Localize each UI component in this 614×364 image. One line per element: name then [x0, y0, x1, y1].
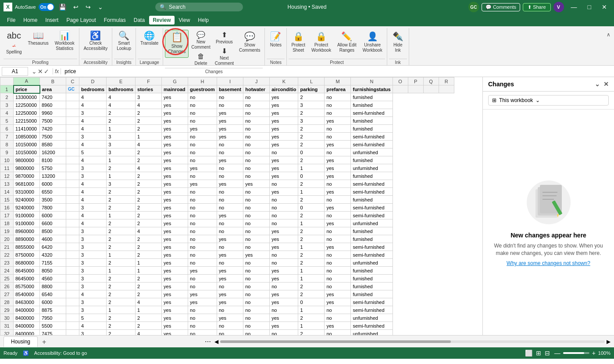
cell-A23[interactable]: 8680000 — [14, 259, 40, 267]
hide-ink-btn[interactable]: ✒️ HideInk — [389, 30, 407, 58]
cell-I1[interactable]: basement — [217, 85, 243, 93]
cell-H21[interactable]: no — [188, 243, 217, 251]
cell-L13[interactable]: 2 — [298, 180, 325, 188]
cell-B1[interactable]: area — [40, 85, 66, 93]
cell-L27[interactable]: 2 — [298, 290, 325, 298]
cell-E15[interactable]: 2 — [107, 196, 136, 204]
cell-I29[interactable]: no — [217, 306, 243, 314]
menu-home[interactable]: Home — [20, 16, 41, 25]
cell-K2[interactable]: yes — [270, 93, 298, 101]
cell-K16[interactable]: no — [270, 204, 298, 212]
cell-J32[interactable]: no — [243, 330, 270, 336]
cell-K4[interactable]: yes — [270, 109, 298, 117]
cell-L26[interactable]: 2 — [298, 283, 325, 290]
cell-D21[interactable]: 3 — [79, 243, 107, 251]
cell-L14[interactable]: 1 — [298, 188, 325, 196]
cell-G4[interactable]: yes — [162, 109, 188, 117]
cell-M12[interactable]: yes — [325, 172, 351, 180]
changes-close-icon[interactable]: ✕ — [603, 81, 609, 88]
menu-view[interactable]: View — [175, 16, 194, 25]
cell-G1[interactable]: mainroad — [162, 85, 188, 93]
cell-D4[interactable]: 3 — [79, 109, 107, 117]
cell-E25[interactable]: 2 — [107, 275, 136, 283]
cell-B17[interactable]: 6000 — [40, 212, 66, 219]
cell-F23[interactable]: 1 — [136, 259, 162, 267]
cell-G13[interactable]: yes — [162, 180, 188, 188]
cell-G27[interactable]: yes — [162, 290, 188, 298]
cell-D28[interactable]: 3 — [79, 298, 107, 306]
cell-I27[interactable]: yes — [217, 290, 243, 298]
cell-B13[interactable]: 6000 — [40, 180, 66, 188]
cell-D22[interactable]: 3 — [79, 251, 107, 259]
cell-B27[interactable]: 6540 — [40, 290, 66, 298]
cell-M16[interactable]: yes — [325, 204, 351, 212]
cell-J7[interactable]: no — [243, 133, 270, 141]
cell-C28[interactable] — [66, 298, 79, 306]
cell-I15[interactable]: no — [217, 196, 243, 204]
cell-F4[interactable]: 2 — [136, 109, 162, 117]
cell-D1[interactable]: bedrooms — [79, 85, 107, 93]
view-page-icon[interactable]: ⊞ — [536, 350, 541, 357]
menu-file[interactable]: File — [4, 16, 19, 25]
cell-L2[interactable]: 2 — [298, 93, 325, 101]
allow-edit-ranges-btn[interactable]: ✏️ Allow EditRanges — [335, 30, 359, 58]
spelling-btn[interactable]: abc✓ Spelling — [4, 30, 25, 58]
col-header-A[interactable]: A — [14, 78, 40, 85]
cell-G10[interactable]: yes — [162, 156, 188, 164]
cell-N4[interactable]: semi-furnished — [351, 109, 393, 117]
cell-F22[interactable]: 2 — [136, 251, 162, 259]
col-header-N[interactable]: N — [351, 78, 393, 85]
cell-A31[interactable]: 8400000 — [14, 322, 40, 330]
cell-C13[interactable] — [66, 180, 79, 188]
cell-I9[interactable]: no — [217, 148, 243, 156]
cell-I21[interactable]: no — [217, 243, 243, 251]
cell-B32[interactable]: 7475 — [40, 330, 66, 336]
cell-F31[interactable]: 2 — [136, 322, 162, 330]
cell-J22[interactable]: yes — [243, 251, 270, 259]
cell-E29[interactable]: 1 — [107, 306, 136, 314]
show-comments-btn[interactable]: 💬 ShowComments — [236, 30, 263, 58]
redo-icon[interactable]: ↪ — [84, 3, 93, 11]
cell-N19[interactable]: furnished — [351, 227, 393, 235]
cell-F3[interactable]: 4 — [136, 101, 162, 109]
cell-E3[interactable]: 4 — [107, 101, 136, 109]
cell-A2[interactable]: 13300000 — [14, 93, 40, 101]
cell-A5[interactable]: 12215000 — [14, 117, 40, 125]
cell-D9[interactable]: 5 — [79, 148, 107, 156]
cell-K30[interactable]: yes — [270, 314, 298, 322]
cell-I25[interactable]: yes — [217, 275, 243, 283]
menu-formulas[interactable]: Formulas — [100, 16, 129, 25]
cell-M5[interactable]: yes — [325, 117, 351, 125]
cell-H16[interactable]: no — [188, 204, 217, 212]
notes-btn[interactable]: 📝 Notes — [267, 30, 285, 58]
cell-L9[interactable]: 0 — [298, 148, 325, 156]
cell-N11[interactable]: unfurnished — [351, 164, 393, 172]
cell-A29[interactable]: 8400000 — [14, 306, 40, 314]
cell-I22[interactable]: yes — [217, 251, 243, 259]
col-header-J[interactable]: J — [243, 78, 270, 85]
cell-A1[interactable]: price — [14, 85, 40, 93]
cell-I23[interactable]: no — [217, 259, 243, 267]
cell-O1[interactable] — [393, 85, 408, 93]
cell-D27[interactable]: 4 — [79, 290, 107, 298]
cell-J10[interactable]: no — [243, 156, 270, 164]
cell-F27[interactable]: 2 — [136, 290, 162, 298]
cell-E12[interactable]: 1 — [107, 172, 136, 180]
cell-C2[interactable] — [66, 93, 79, 101]
cell-E21[interactable]: 2 — [107, 243, 136, 251]
cell-A12[interactable]: 9870000 — [14, 172, 40, 180]
cell-C15[interactable] — [66, 196, 79, 204]
cell-A15[interactable]: 9240000 — [14, 196, 40, 204]
cell-I24[interactable]: yes — [217, 267, 243, 275]
cell-B6[interactable]: 7420 — [40, 125, 66, 133]
close-btn[interactable]: ✕ — [598, 3, 610, 11]
formula-input[interactable] — [63, 67, 612, 75]
cell-B31[interactable]: 5500 — [40, 322, 66, 330]
cell-J3[interactable]: no — [243, 101, 270, 109]
col-header-P[interactable]: P — [408, 78, 423, 85]
cell-K24[interactable]: yes — [270, 267, 298, 275]
cell-C7[interactable] — [66, 133, 79, 141]
check-accessibility-btn[interactable]: ♿ CheckAccessibility — [81, 30, 110, 58]
cell-B23[interactable]: 7155 — [40, 259, 66, 267]
cell-E20[interactable]: 2 — [107, 235, 136, 243]
